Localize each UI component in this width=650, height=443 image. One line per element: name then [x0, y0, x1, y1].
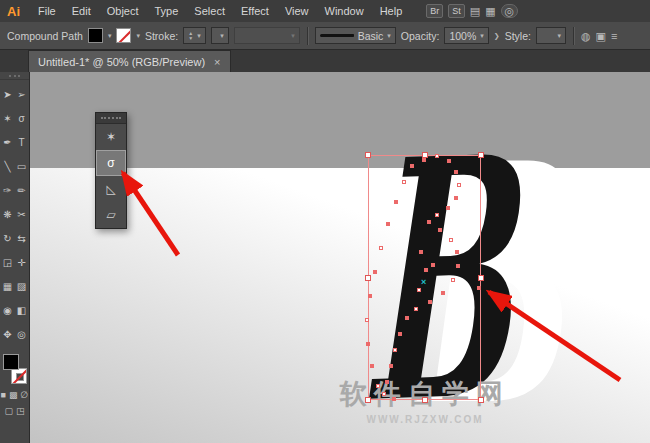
stepper-down-icon[interactable]: ▼ — [188, 36, 193, 41]
anchor-point[interactable] — [402, 180, 406, 184]
menu-object[interactable]: Object — [99, 0, 147, 22]
anchor-point[interactable] — [419, 250, 423, 254]
blob-brush-tool[interactable]: ❋ — [1, 202, 15, 226]
line-segment-tool[interactable]: ╲ — [1, 154, 15, 178]
anchor-point[interactable] — [447, 159, 451, 163]
menu-help[interactable]: Help — [372, 0, 411, 22]
menu-view[interactable]: View — [277, 0, 317, 22]
pencil-tool[interactable]: ✏ — [15, 178, 29, 202]
chevron-down-icon[interactable]: ▾ — [136, 32, 140, 40]
path-select-tool[interactable]: ▱ — [96, 202, 126, 228]
lasso-tool[interactable]: σ — [15, 106, 29, 130]
anchor-point[interactable] — [392, 397, 396, 401]
selection-handle[interactable] — [478, 275, 484, 281]
menu-window[interactable]: Window — [317, 0, 372, 22]
tearoff-grip[interactable] — [96, 113, 126, 124]
polygon-lasso-tool[interactable]: ◺ — [96, 176, 126, 202]
anchor-point[interactable] — [438, 228, 442, 232]
anchor-point[interactable] — [376, 384, 380, 388]
stepper-icon[interactable]: ▲ ▼ — [188, 31, 193, 41]
fill-color-swatch[interactable] — [88, 28, 103, 43]
selection-tool[interactable]: ➤ — [1, 82, 15, 106]
selection-handle[interactable] — [365, 275, 371, 281]
toolbar-stroke-swatch[interactable] — [11, 368, 27, 384]
chevron-down-icon[interactable]: ▾ — [557, 32, 561, 40]
anchor-point[interactable] — [393, 348, 397, 352]
scale-tool[interactable]: ◲ — [1, 250, 15, 274]
anchor-point[interactable] — [370, 364, 374, 368]
zoom-tool[interactable]: ◎ — [15, 322, 29, 346]
magic-wand-tool[interactable]: ✶ — [96, 124, 126, 150]
anchor-point[interactable] — [398, 332, 402, 336]
bridge-button[interactable]: Br — [426, 4, 443, 18]
arrange-documents-icon[interactable]: ▤ — [470, 5, 480, 17]
none-mode-icon[interactable]: ∅ — [21, 390, 29, 400]
chevron-down-icon[interactable]: ▾ — [197, 32, 201, 40]
anchor-point[interactable] — [441, 291, 445, 295]
anchor-point[interactable] — [427, 220, 431, 224]
menu-edit[interactable]: Edit — [64, 0, 99, 22]
anchor-point[interactable] — [410, 164, 414, 168]
mesh-tool[interactable]: ▦ — [1, 274, 15, 298]
style-dropdown[interactable]: ▾ — [536, 27, 566, 44]
globe-icon[interactable]: ◍ — [581, 30, 591, 42]
anchor-point[interactable] — [428, 300, 432, 304]
selection-handle[interactable] — [422, 152, 428, 158]
menu-select[interactable]: Select — [186, 0, 233, 22]
anchor-point[interactable] — [414, 307, 418, 311]
stroke-weight-dropdown[interactable]: ▲ ▼ ▾ — [183, 27, 205, 44]
anchor-point[interactable] — [451, 278, 455, 282]
opacity-dropdown[interactable]: 100% ▾ — [444, 27, 488, 44]
scissors-tool[interactable]: ✂ — [15, 202, 29, 226]
anchor-point[interactable] — [379, 246, 383, 250]
close-tab-icon[interactable]: × — [214, 56, 220, 68]
selection-handle[interactable] — [478, 152, 484, 158]
anchor-point[interactable] — [435, 213, 439, 217]
selection-handle[interactable] — [422, 397, 428, 403]
eyedropper-tool[interactable]: ◉ — [1, 298, 15, 322]
anchor-point[interactable] — [394, 200, 398, 204]
menu-effect[interactable]: Effect — [233, 0, 277, 22]
anchor-point[interactable] — [422, 158, 426, 162]
rectangle-tool[interactable]: ▭ — [15, 154, 29, 178]
gradient-tool[interactable]: ▨ — [15, 274, 29, 298]
menu-file[interactable]: File — [30, 0, 64, 22]
chevron-down-icon[interactable]: ▾ — [480, 32, 484, 40]
anchor-point[interactable] — [385, 380, 389, 384]
anchor-point[interactable] — [366, 342, 370, 346]
chevron-down-icon[interactable]: ▾ — [220, 32, 224, 40]
screen-mode-icon[interactable]: ◳ — [16, 406, 25, 416]
anchor-point[interactable] — [435, 154, 439, 158]
chevron-down-icon[interactable]: ▾ — [387, 32, 391, 40]
anchor-point[interactable] — [477, 286, 481, 290]
anchor-point[interactable] — [455, 250, 459, 254]
free-transform-tool[interactable]: ✛ — [15, 250, 29, 274]
workspace-switcher-icon[interactable]: ▦ — [485, 5, 495, 17]
pen-tool[interactable]: ✒ — [1, 130, 15, 154]
anchor-point[interactable] — [373, 270, 377, 274]
color-mode-icon[interactable]: ■ — [1, 390, 6, 400]
stock-button[interactable]: St — [448, 4, 465, 18]
rotate-tool[interactable]: ↻ — [1, 226, 15, 250]
selection-handle[interactable] — [365, 152, 371, 158]
anchor-point[interactable] — [457, 183, 461, 187]
chevron-down-icon[interactable]: ▾ — [108, 32, 112, 40]
magic-wand-tool[interactable]: ✶ — [1, 106, 15, 130]
reflect-tool[interactable]: ⇆ — [15, 226, 29, 250]
paintbrush-tool[interactable]: ✑ — [1, 178, 15, 202]
toolbar-grip[interactable] — [0, 72, 29, 80]
selection-handle[interactable] — [365, 397, 371, 403]
lasso-tool-tearoff-panel[interactable]: ✶σ◺▱ — [95, 112, 127, 229]
direct-selection-tool[interactable]: ➢ — [15, 82, 29, 106]
anchor-point[interactable] — [386, 222, 390, 226]
anchor-point[interactable] — [365, 318, 369, 322]
cs-live-icon[interactable]: ◎ — [501, 4, 519, 18]
selection-handle[interactable] — [478, 397, 484, 403]
opacity-panel-arrow-icon[interactable]: ❯ — [494, 32, 500, 40]
type-tool[interactable]: T — [15, 130, 29, 154]
toolbar-fill-swatch[interactable] — [3, 354, 19, 370]
document-tab[interactable]: Untitled-1* @ 50% (RGB/Preview) × — [28, 50, 231, 72]
stroke-color-swatch[interactable] — [116, 28, 131, 43]
panel-menu-icon[interactable]: ≡ — [611, 30, 617, 42]
lasso-tool[interactable]: σ — [96, 150, 126, 176]
